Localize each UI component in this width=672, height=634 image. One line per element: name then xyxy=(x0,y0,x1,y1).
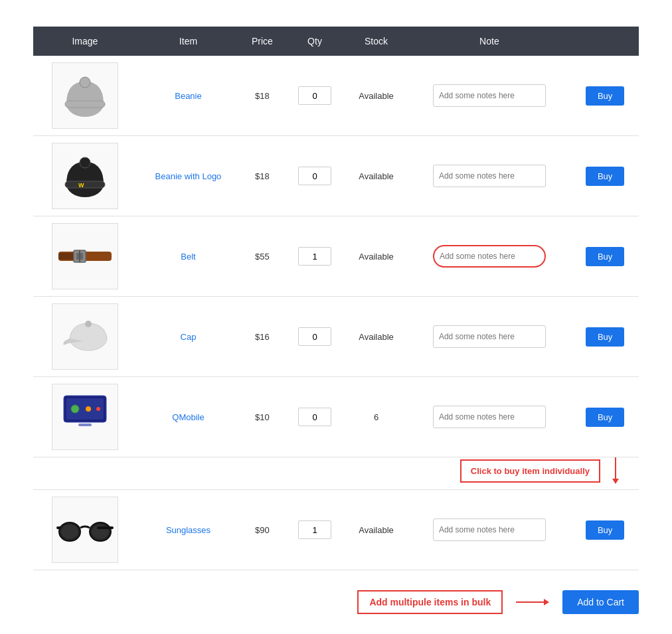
product-link-beanie-logo[interactable]: Beanie with Logo xyxy=(155,171,222,181)
buy-button-beanie[interactable]: Buy xyxy=(586,86,624,106)
product-link-qmobile[interactable]: QMobile xyxy=(172,412,204,422)
qty-input-belt[interactable] xyxy=(298,247,331,266)
product-stock-cap: Available xyxy=(345,297,407,377)
svg-point-16 xyxy=(71,405,79,413)
table-row: Sunglasses$90AvailableBuy xyxy=(33,490,639,570)
product-link-cap[interactable]: Cap xyxy=(181,332,197,342)
bulk-annotation-box: Add multipule items in bulk xyxy=(357,590,503,614)
add-to-cart-button[interactable]: Add to Cart xyxy=(562,590,639,614)
product-link-beanie[interactable]: Beanie xyxy=(175,91,201,101)
product-qty-qmobile[interactable] xyxy=(285,377,345,457)
note-input-beanie-logo[interactable] xyxy=(433,165,546,187)
product-image-belt xyxy=(33,216,137,297)
product-name-cap[interactable]: Cap xyxy=(137,297,240,377)
note-input-qmobile[interactable] xyxy=(433,406,546,428)
col-action xyxy=(571,27,639,56)
col-qty: Qty xyxy=(285,27,345,56)
table-row: W Beanie with Logo$18AvailableBuy xyxy=(33,136,639,216)
bulk-arrow xyxy=(516,595,549,609)
qty-input-beanie[interactable] xyxy=(298,86,331,105)
note-input-cap[interactable] xyxy=(433,325,546,348)
product-image-sunglasses xyxy=(33,490,137,570)
buy-button-beanie-logo[interactable]: Buy xyxy=(586,167,624,186)
product-price-sunglasses: $90 xyxy=(240,490,284,570)
product-note-cap[interactable] xyxy=(408,297,572,377)
buy-button-cap[interactable]: Buy xyxy=(586,327,624,347)
table-row: Beanie$18AvailableBuy xyxy=(33,56,639,136)
note-input-sunglasses[interactable] xyxy=(433,518,546,541)
callout-arrow-icon xyxy=(606,457,626,484)
arrow-icon xyxy=(516,595,549,609)
product-price-belt: $55 xyxy=(240,216,284,297)
product-qty-belt[interactable] xyxy=(285,216,345,297)
buy-cell-belt: Buy xyxy=(571,216,639,297)
buy-button-qmobile[interactable]: Buy xyxy=(586,408,624,427)
qty-input-cap[interactable] xyxy=(298,327,331,346)
table-row: Cap$16AvailableBuy xyxy=(33,297,639,377)
svg-rect-19 xyxy=(78,424,92,426)
svg-point-24 xyxy=(61,524,78,539)
col-item: Item xyxy=(137,27,240,56)
product-link-belt[interactable]: Belt xyxy=(181,252,195,262)
table-row: QMobile$106Buy xyxy=(33,377,639,457)
product-qty-beanie[interactable] xyxy=(285,56,345,136)
svg-point-13 xyxy=(85,321,92,327)
product-qty-beanie-logo[interactable] xyxy=(285,136,345,216)
svg-marker-21 xyxy=(612,479,619,484)
product-note-sunglasses[interactable] xyxy=(408,490,572,570)
note-input-belt[interactable] xyxy=(433,245,546,268)
products-table: Image Item Price Qty Stock Note Beanie$1… xyxy=(33,27,639,570)
product-name-belt[interactable]: Belt xyxy=(137,216,240,297)
svg-point-17 xyxy=(86,406,91,412)
product-stock-qmobile: 6 xyxy=(345,377,407,457)
svg-marker-29 xyxy=(544,599,549,605)
buy-button-sunglasses[interactable]: Buy xyxy=(586,520,624,540)
svg-rect-1 xyxy=(65,101,105,108)
product-name-sunglasses[interactable]: Sunglasses xyxy=(137,490,240,570)
col-stock: Stock xyxy=(345,27,407,56)
callout-row: Click to buy item individually xyxy=(33,457,639,490)
product-note-belt[interactable] xyxy=(408,216,572,297)
product-price-cap: $16 xyxy=(240,297,284,377)
product-name-qmobile[interactable]: QMobile xyxy=(137,377,240,457)
product-note-qmobile[interactable] xyxy=(408,377,572,457)
svg-rect-4 xyxy=(65,181,105,188)
svg-text:W: W xyxy=(78,182,84,189)
buy-cell-cap: Buy xyxy=(571,297,639,377)
qty-input-sunglasses[interactable] xyxy=(298,520,331,539)
product-price-beanie-logo: $18 xyxy=(240,136,284,216)
svg-point-5 xyxy=(80,157,90,168)
col-note: Note xyxy=(408,27,572,56)
buy-button-belt[interactable]: Buy xyxy=(586,247,624,266)
product-price-beanie: $18 xyxy=(240,56,284,136)
product-stock-beanie: Available xyxy=(345,56,407,136)
product-qty-sunglasses[interactable] xyxy=(285,490,345,570)
product-stock-belt: Available xyxy=(345,216,407,297)
product-price-qmobile: $10 xyxy=(240,377,284,457)
col-image: Image xyxy=(33,27,137,56)
qty-input-beanie-logo[interactable] xyxy=(298,167,331,185)
product-stock-beanie-logo: Available xyxy=(345,136,407,216)
product-note-beanie-logo[interactable] xyxy=(408,136,572,216)
buy-cell-beanie-logo: Buy xyxy=(571,136,639,216)
product-image-beanie xyxy=(33,56,137,136)
product-stock-sunglasses: Available xyxy=(345,490,407,570)
callout-box: Click to buy item individually xyxy=(460,459,600,483)
product-note-beanie[interactable] xyxy=(408,56,572,136)
svg-rect-27 xyxy=(97,526,114,529)
page-wrapper: Image Item Price Qty Stock Note Beanie$1… xyxy=(0,0,672,634)
col-price: Price xyxy=(240,27,284,56)
product-qty-cap[interactable] xyxy=(285,297,345,377)
product-name-beanie-logo[interactable]: Beanie with Logo xyxy=(137,136,240,216)
note-input-beanie[interactable] xyxy=(433,84,546,107)
callout-cell: Click to buy item individually xyxy=(33,457,639,490)
qty-input-qmobile[interactable] xyxy=(298,408,331,426)
product-image-cap xyxy=(33,297,137,377)
buy-cell-sunglasses: Buy xyxy=(571,490,639,570)
svg-point-2 xyxy=(80,77,90,88)
product-link-sunglasses[interactable]: Sunglasses xyxy=(166,525,210,535)
product-image-qmobile xyxy=(33,377,137,457)
buy-cell-beanie: Buy xyxy=(571,56,639,136)
product-image-beanie-logo: W xyxy=(33,136,137,216)
product-name-beanie[interactable]: Beanie xyxy=(137,56,240,136)
